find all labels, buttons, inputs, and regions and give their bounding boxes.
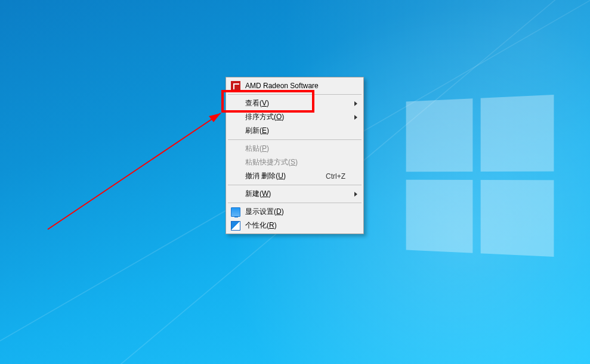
chevron-right-icon [354, 192, 357, 197]
desktop-context-menu: AMD Radeon Software 查看(V) 排序方式(O) 刷新(E) … [226, 77, 364, 234]
chevron-right-icon [354, 115, 357, 120]
menu-label: 查看(V) [245, 98, 345, 108]
menu-item-undo-delete[interactable]: 撤消 删除(U) Ctrl+Z [227, 169, 362, 183]
menu-shortcut: Ctrl+Z [326, 172, 345, 181]
monitor-icon [231, 207, 240, 217]
menu-label: 撤消 删除(U) [245, 171, 326, 181]
menu-label: 个性化(R) [245, 220, 345, 231]
menu-label: 显示设置(D) [245, 207, 345, 217]
menu-item-view[interactable]: 查看(V) [227, 97, 362, 110]
menu-separator [228, 94, 362, 95]
windows-logo-icon [406, 95, 554, 257]
menu-item-new[interactable]: 新建(W) [227, 187, 362, 201]
personalize-icon [231, 221, 240, 231]
menu-label: 粘贴快捷方式(S) [245, 157, 345, 167]
menu-item-amd-radeon[interactable]: AMD Radeon Software [227, 79, 362, 92]
menu-item-personalize[interactable]: 个性化(R) [227, 219, 362, 232]
menu-separator [228, 139, 362, 140]
menu-item-sort[interactable]: 排序方式(O) [227, 110, 362, 124]
menu-label: 新建(W) [245, 189, 345, 199]
menu-item-refresh[interactable]: 刷新(E) [227, 124, 362, 138]
menu-label: AMD Radeon Software [245, 82, 345, 90]
menu-label: 刷新(E) [245, 126, 345, 136]
menu-item-display-settings[interactable]: 显示设置(D) [227, 205, 362, 219]
chevron-right-icon [354, 101, 357, 106]
menu-separator [228, 203, 362, 203]
menu-label: 粘贴(P) [245, 144, 345, 154]
menu-item-paste-shortcut: 粘贴快捷方式(S) [227, 155, 362, 169]
amd-icon [231, 81, 240, 91]
menu-item-paste: 粘贴(P) [227, 142, 362, 155]
menu-label: 排序方式(O) [245, 112, 345, 122]
menu-separator [228, 185, 362, 185]
